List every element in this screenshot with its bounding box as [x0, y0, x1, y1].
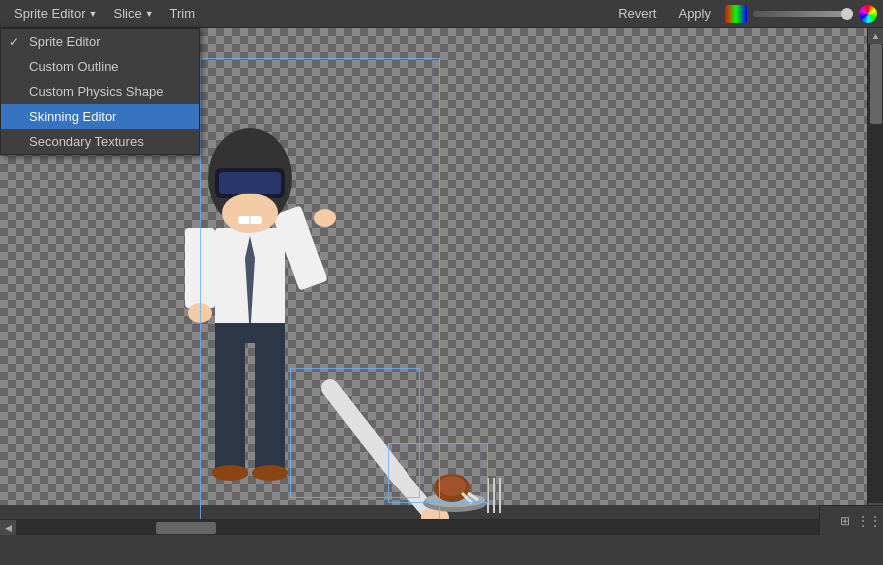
- menu-item-label: Custom Physics Shape: [29, 84, 163, 99]
- scroll-v-track[interactable]: [868, 44, 883, 503]
- sprite-editor-dropdown: ✓Sprite EditorCustom OutlineCustom Physi…: [0, 28, 200, 155]
- sprite-editor-menu-btn[interactable]: Sprite Editor ▼: [6, 2, 105, 26]
- slice-label: Slice: [113, 6, 141, 21]
- zoom-slider-container: [753, 11, 853, 17]
- slice-arrow-icon: ▼: [145, 9, 154, 19]
- scroll-v-thumb[interactable]: [870, 44, 882, 124]
- slice-menu-btn[interactable]: Slice ▼: [105, 2, 161, 26]
- sprite-editor-label: Sprite Editor: [14, 6, 86, 21]
- toolbar-right: Revert Apply: [610, 4, 877, 23]
- scroll-up-arrow[interactable]: ▲: [868, 28, 884, 44]
- svg-rect-2: [215, 323, 285, 343]
- svg-point-8: [188, 303, 212, 323]
- color-wheel-button[interactable]: [859, 5, 877, 23]
- toolbar: Sprite Editor ▼ Slice ▼ Trim Revert Appl…: [0, 0, 883, 28]
- menu-item-label: Sprite Editor: [29, 34, 101, 49]
- chicken-plate: [420, 458, 510, 518]
- svg-point-13: [222, 193, 278, 233]
- apply-button[interactable]: Apply: [670, 4, 719, 23]
- menu-item-label: Skinning Editor: [29, 109, 116, 124]
- zoom-slider-thumb[interactable]: [841, 8, 853, 20]
- menu-item-label: Secondary Textures: [29, 134, 144, 149]
- menu-item-custom-outline[interactable]: Custom Outline: [1, 54, 199, 79]
- corner-buttons: ⊞ ⋮⋮: [819, 505, 883, 535]
- svg-point-5: [212, 465, 248, 481]
- menu-item-label: Custom Outline: [29, 59, 119, 74]
- menu-item-skinning-editor[interactable]: Skinning Editor: [1, 104, 199, 129]
- color-picker-button[interactable]: [725, 5, 747, 23]
- dots-icon-button[interactable]: ⋮⋮: [859, 511, 879, 531]
- grid-icon-button[interactable]: ⊞: [835, 511, 855, 531]
- scroll-left-arrow[interactable]: ◀: [0, 520, 16, 536]
- svg-rect-4: [255, 343, 285, 473]
- svg-point-23: [438, 476, 466, 496]
- svg-rect-3: [215, 343, 245, 473]
- sprite-editor-arrow-icon: ▼: [89, 9, 98, 19]
- menu-item-sprite-editor[interactable]: ✓Sprite Editor: [1, 29, 199, 54]
- svg-rect-7: [185, 228, 215, 308]
- menu-item-custom-physics-shape[interactable]: Custom Physics Shape: [1, 79, 199, 104]
- menu-item-secondary-textures[interactable]: Secondary Textures: [1, 129, 199, 154]
- horizontal-scrollbar: ◀ ▶: [0, 519, 867, 535]
- trim-btn[interactable]: Trim: [162, 2, 204, 26]
- scroll-h-track[interactable]: [16, 520, 851, 535]
- svg-rect-16: [219, 172, 281, 194]
- trim-label: Trim: [170, 6, 196, 21]
- scroll-h-thumb[interactable]: [156, 522, 216, 534]
- svg-point-10: [314, 209, 336, 227]
- svg-line-17: [330, 388, 400, 478]
- svg-point-6: [252, 465, 288, 481]
- zoom-slider-track: [753, 11, 853, 17]
- revert-button[interactable]: Revert: [610, 4, 664, 23]
- vertical-scrollbar: ▲ ▼: [867, 28, 883, 519]
- checkmark-icon: ✓: [9, 35, 19, 49]
